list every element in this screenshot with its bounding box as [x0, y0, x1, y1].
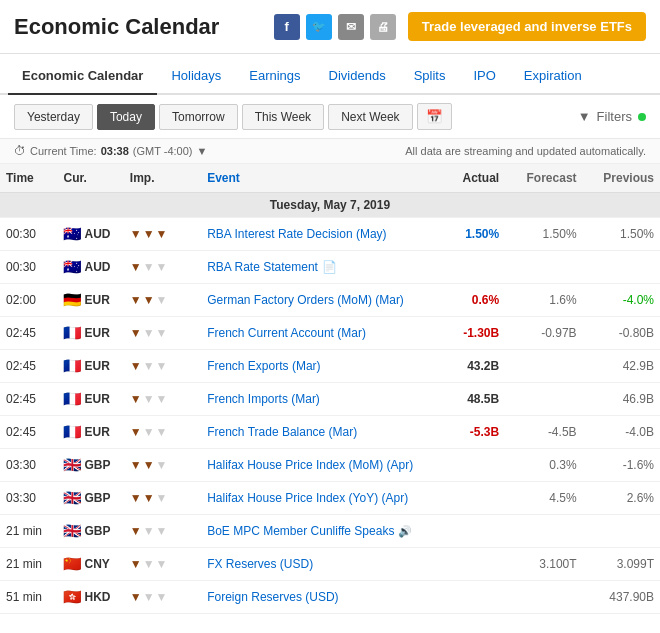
event-link[interactable]: BoE MPC Member Cunliffe Speaks — [207, 524, 394, 538]
table-row: 00:30 🇦🇺 AUD ▼▼▼ RBA Interest Rate Decis… — [0, 218, 660, 251]
today-button[interactable]: Today — [97, 104, 155, 130]
flag-icon: 🇫🇷 — [63, 324, 82, 342]
twitter-icon[interactable]: 🐦 — [306, 14, 332, 40]
trade-button[interactable]: Trade leveraged and inverse ETFs — [408, 12, 646, 41]
bull-icon-empty: ▼ — [143, 590, 155, 604]
bull-icon-empty: ▼ — [156, 491, 168, 505]
cell-event: BoE MPC Member Cunliffe Speaks🔊 — [201, 515, 433, 548]
bull-icon: ▼ — [130, 227, 142, 241]
flag-icon: 🇨🇳 — [63, 555, 82, 573]
bull-icon-empty: ▼ — [143, 392, 155, 406]
cell-event: FX Reserves (USD) — [201, 548, 433, 581]
event-link[interactable]: FX Reserves (USD) — [207, 557, 313, 571]
table-row: 02:45 🇫🇷 EUR ▼▼▼ French Trade Balance (M… — [0, 416, 660, 449]
event-link[interactable]: RBA Interest Rate Decision (May) — [207, 227, 386, 241]
cell-previous: 437.90B — [583, 581, 660, 614]
cell-time: 03:30 — [0, 482, 57, 515]
tab-expiration[interactable]: Expiration — [510, 58, 596, 95]
event-link[interactable]: French Current Account (Mar) — [207, 326, 366, 340]
cell-actual — [433, 548, 505, 581]
this-week-button[interactable]: This Week — [242, 104, 324, 130]
bull-icon-empty: ▼ — [156, 425, 168, 439]
bull-icon-empty: ▼ — [156, 557, 168, 571]
funnel-icon: ▼ — [578, 109, 591, 124]
cell-currency: 🇩🇪 EUR — [57, 284, 123, 317]
flag-icon: 🇫🇷 — [63, 390, 82, 408]
date-row: Tuesday, May 7, 2019 — [0, 193, 660, 218]
cell-currency: 🇦🇺 AUD — [57, 218, 123, 251]
bull-icon-empty: ▼ — [143, 260, 155, 274]
event-link[interactable]: French Trade Balance (Mar) — [207, 425, 357, 439]
header-forecast: Forecast — [505, 164, 582, 193]
tab-splits[interactable]: Splits — [400, 58, 460, 95]
social-icons: f 🐦 ✉ 🖨 — [274, 14, 396, 40]
bull-icon-empty: ▼ — [143, 326, 155, 340]
cell-forecast — [505, 383, 582, 416]
filters-button[interactable]: ▼ Filters — [578, 109, 646, 124]
header-actual: Actual — [433, 164, 505, 193]
cell-event: RBA Rate Statement📄 — [201, 251, 433, 284]
next-week-button[interactable]: Next Week — [328, 104, 412, 130]
cell-currency: 🇬🇧 GBP — [57, 515, 123, 548]
table-row: 00:30 🇦🇺 AUD ▼▼▼ RBA Rate Statement📄 — [0, 251, 660, 284]
table-row: 51 min 🇭🇰 HKD ▼▼▼ Foreign Reserves (USD)… — [0, 581, 660, 614]
header-currency: Cur. — [57, 164, 123, 193]
cell-event: German Factory Orders (MoM) (Mar) — [201, 284, 433, 317]
tab-holidays[interactable]: Holidays — [157, 58, 235, 95]
flag-icon: 🇭🇰 — [63, 588, 82, 606]
cell-actual — [433, 482, 505, 515]
cell-forecast: 1.50% — [505, 218, 582, 251]
cell-forecast: -0.97B — [505, 317, 582, 350]
cell-actual — [433, 581, 505, 614]
tab-ipo[interactable]: IPO — [459, 58, 509, 95]
event-link[interactable]: Halifax House Price Index (YoY) (Apr) — [207, 491, 408, 505]
event-link[interactable]: French Imports (Mar) — [207, 392, 320, 406]
cell-previous: 2.6% — [583, 482, 660, 515]
cell-actual — [433, 449, 505, 482]
bull-icon-empty: ▼ — [143, 425, 155, 439]
cell-forecast — [505, 515, 582, 548]
table-row: 02:00 🇩🇪 EUR ▼▼▼ German Factory Orders (… — [0, 284, 660, 317]
cell-forecast: -4.5B — [505, 416, 582, 449]
cell-importance: ▼▼▼ — [124, 482, 201, 515]
dropdown-icon[interactable]: ▼ — [196, 145, 207, 157]
event-link[interactable]: Halifax House Price Index (MoM) (Apr) — [207, 458, 413, 472]
event-link[interactable]: RBA Rate Statement — [207, 260, 318, 274]
bull-icon: ▼ — [130, 293, 142, 307]
event-link[interactable]: French Exports (Mar) — [207, 359, 320, 373]
yesterday-button[interactable]: Yesterday — [14, 104, 93, 130]
print-icon[interactable]: 🖨 — [370, 14, 396, 40]
cell-time: 02:45 — [0, 383, 57, 416]
currency-code: CNY — [84, 557, 109, 571]
bull-icon-empty: ▼ — [143, 359, 155, 373]
flag-icon: 🇬🇧 — [63, 522, 82, 540]
cell-currency: 🇭🇰 HKD — [57, 581, 123, 614]
calendar-picker-button[interactable]: 📅 — [417, 103, 452, 130]
flag-icon: 🇬🇧 — [63, 489, 82, 507]
tab-earnings[interactable]: Earnings — [235, 58, 314, 95]
bull-icon: ▼ — [130, 590, 142, 604]
cell-time: 02:45 — [0, 416, 57, 449]
tab-economic-calendar[interactable]: Economic Calendar — [8, 58, 157, 95]
facebook-icon[interactable]: f — [274, 14, 300, 40]
bull-icon-empty: ▼ — [156, 326, 168, 340]
cell-importance: ▼▼▼ — [124, 449, 201, 482]
currency-code: AUD — [84, 260, 110, 274]
cell-forecast — [505, 350, 582, 383]
tab-dividends[interactable]: Dividends — [315, 58, 400, 95]
cell-event: French Exports (Mar) — [201, 350, 433, 383]
currency-code: HKD — [84, 590, 110, 604]
filter-active-dot — [638, 113, 646, 121]
bull-icon-empty: ▼ — [143, 524, 155, 538]
cell-importance: ▼▼▼ — [124, 515, 201, 548]
filters-label: Filters — [597, 109, 632, 124]
current-time-display: ⏱ Current Time: 03:38 (GMT -4:00) ▼ — [14, 144, 207, 158]
event-link[interactable]: Foreign Reserves (USD) — [207, 590, 338, 604]
cell-previous: 1.50% — [583, 218, 660, 251]
tomorrow-button[interactable]: Tomorrow — [159, 104, 238, 130]
cell-time: 21 min — [0, 548, 57, 581]
cell-currency: 🇨🇳 CNY — [57, 548, 123, 581]
bull-icon: ▼ — [130, 260, 142, 274]
email-icon[interactable]: ✉ — [338, 14, 364, 40]
event-link[interactable]: German Factory Orders (MoM) (Mar) — [207, 293, 404, 307]
